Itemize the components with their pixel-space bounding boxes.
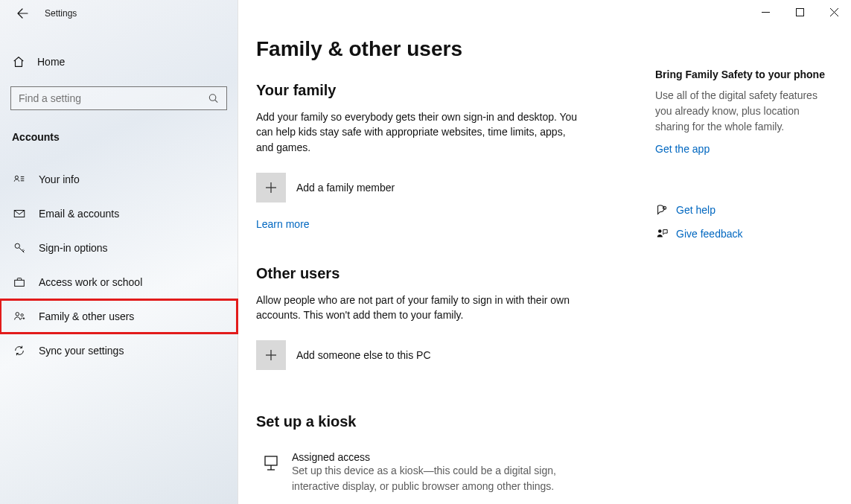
mail-icon: [12, 207, 27, 220]
add-family-member-label: Add a family member: [296, 182, 395, 194]
assigned-access-button[interactable]: Assigned access Set up this device as a …: [256, 451, 628, 494]
nav-item-label: Access work or school: [39, 276, 142, 288]
main-column: Family & other users Your family Add you…: [256, 37, 628, 494]
nav-item-family-other-users[interactable]: Family & other users: [0, 299, 238, 334]
search-icon: [208, 92, 219, 104]
plus-icon: [264, 181, 278, 194]
help-icon: [655, 203, 676, 217]
other-users-heading: Other users: [256, 265, 628, 282]
svg-line-1: [215, 100, 217, 102]
nav-item-your-info[interactable]: Your info: [0, 162, 238, 197]
give-feedback-link[interactable]: Give feedback: [676, 228, 743, 240]
settings-window: Settings Home Accounts Your info: [0, 0, 851, 504]
main-panel: Family & other users Your family Add you…: [238, 0, 851, 504]
home-label: Home: [37, 56, 65, 68]
maximize-icon: [796, 8, 804, 16]
nav-item-label: Family & other users: [39, 310, 134, 322]
feedback-icon: [655, 227, 676, 240]
person-card-icon: [12, 173, 27, 186]
your-family-heading: Your family: [256, 82, 628, 99]
svg-point-2: [15, 176, 18, 179]
aside-column: Bring Family Safety to your phone Use al…: [655, 37, 834, 494]
page-title: Family & other users: [256, 37, 628, 61]
arrow-left-icon: [16, 7, 28, 19]
category-header: Accounts: [12, 131, 238, 143]
maximize-button[interactable]: [783, 0, 817, 24]
get-the-app-link[interactable]: Get the app: [655, 143, 710, 155]
svg-point-7: [15, 243, 19, 248]
search-input[interactable]: [19, 92, 208, 104]
nav-item-label: Sync your settings: [39, 345, 124, 357]
sidebar: Settings Home Accounts Your info: [0, 0, 238, 504]
svg-rect-14: [796, 8, 803, 16]
close-button[interactable]: [817, 0, 851, 24]
minimize-button[interactable]: [748, 0, 783, 24]
nav-item-sync-settings[interactable]: Sync your settings: [0, 334, 238, 368]
nav-list: Your info Email & accounts Sign-in optio…: [0, 162, 238, 368]
nav-item-label: Sign-in options: [39, 242, 108, 254]
svg-point-25: [658, 229, 662, 233]
your-family-description: Add your family so everybody gets their …: [256, 109, 584, 155]
minimize-icon: [762, 8, 770, 16]
content-area: Family & other users Your family Add you…: [238, 0, 851, 494]
give-feedback-row: Give feedback: [655, 227, 834, 240]
kiosk-heading: Set up a kiosk: [256, 413, 628, 430]
briefcase-icon: [12, 275, 27, 289]
nav-item-access-work-school[interactable]: Access work or school: [0, 265, 238, 299]
sync-icon: [12, 344, 27, 357]
app-title: Settings: [45, 8, 77, 19]
titlebar-left: Settings: [0, 0, 238, 27]
close-icon: [830, 8, 838, 16]
add-family-member-button[interactable]: Add a family member: [256, 173, 628, 202]
promo-description: Use all of the digital safety features y…: [655, 88, 834, 135]
plus-tile: [256, 340, 286, 370]
home-icon: [12, 55, 25, 68]
get-help-link[interactable]: Get help: [676, 204, 715, 216]
get-help-row: Get help: [655, 203, 834, 217]
svg-point-0: [209, 95, 215, 101]
plus-icon: [264, 348, 278, 362]
svg-rect-8: [15, 280, 25, 286]
search-box[interactable]: [10, 86, 227, 110]
kiosk-text: Assigned access Set up this device as a …: [292, 451, 575, 494]
nav-item-email-accounts[interactable]: Email & accounts: [0, 197, 238, 231]
key-icon: [12, 241, 27, 255]
search-container: [10, 86, 227, 110]
nav-item-label: Email & accounts: [39, 208, 119, 220]
svg-point-10: [21, 314, 23, 316]
people-icon: [12, 310, 27, 323]
nav-item-signin-options[interactable]: Sign-in options: [0, 231, 238, 265]
plus-tile: [256, 173, 286, 202]
promo-heading: Bring Family Safety to your phone: [655, 68, 834, 80]
add-other-user-label: Add someone else to this PC: [296, 349, 431, 361]
nav-item-label: Your info: [39, 173, 80, 185]
assigned-access-description: Set up this device as a kiosk—this could…: [292, 463, 575, 494]
svg-rect-21: [265, 456, 277, 465]
back-button[interactable]: [13, 4, 31, 22]
window-controls: [748, 0, 851, 24]
home-button[interactable]: Home: [0, 46, 238, 77]
add-other-user-button[interactable]: Add someone else to this PC: [256, 340, 628, 370]
svg-point-9: [16, 313, 19, 316]
kiosk-icon: [256, 451, 286, 473]
assigned-access-title: Assigned access: [292, 451, 575, 463]
learn-more-link[interactable]: Learn more: [256, 218, 310, 230]
other-users-description: Allow people who are not part of your fa…: [256, 293, 584, 323]
